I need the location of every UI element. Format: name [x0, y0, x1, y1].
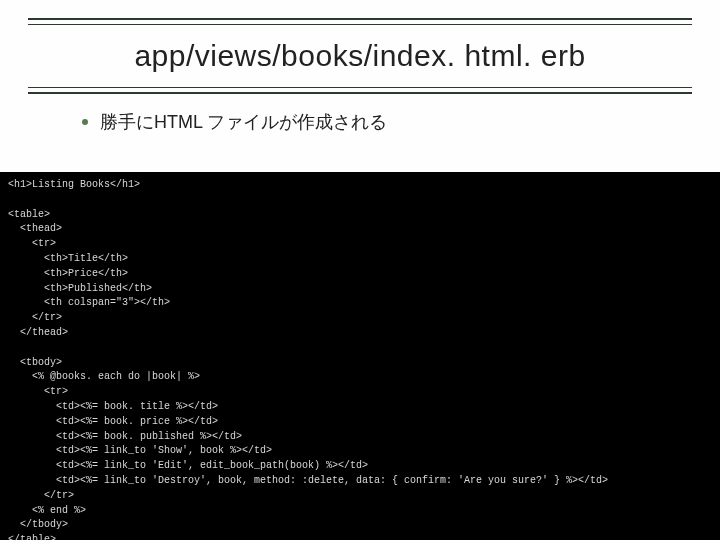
code-block: <h1>Listing Books</h1> <table> <thead> <…: [0, 172, 720, 540]
bullet-icon: [82, 119, 88, 125]
title-frame-outer: app/views/books/index. html. erb: [28, 18, 692, 94]
slide-title: app/views/books/index. html. erb: [34, 39, 686, 73]
title-frame-inner: app/views/books/index. html. erb: [28, 24, 692, 88]
slide: app/views/books/index. html. erb 勝手にHTML…: [0, 0, 720, 540]
bullet-row: 勝手にHTML ファイルが作成される: [28, 104, 692, 144]
bullet-text: 勝手にHTML ファイルが作成される: [100, 110, 387, 134]
